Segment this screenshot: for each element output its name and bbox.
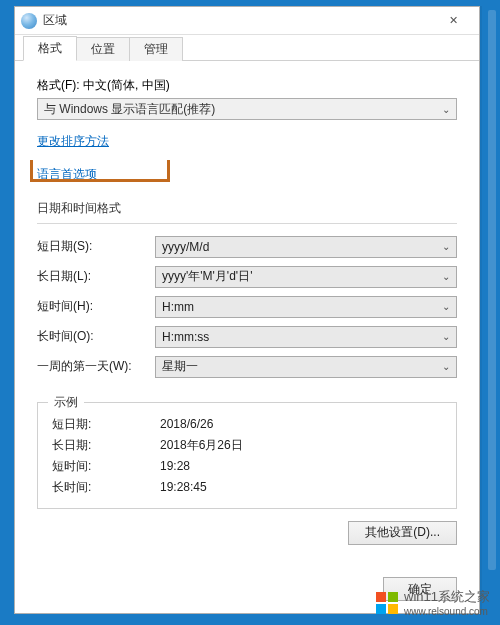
first-day-value: 星期一 (162, 358, 198, 375)
ex-short-date-value: 2018/6/26 (160, 417, 213, 431)
short-date-label: 短日期(S): (37, 238, 155, 255)
long-date-combobox[interactable]: yyyy'年'M'月'd'日' ⌄ (155, 266, 457, 288)
tab-location[interactable]: 位置 (77, 37, 130, 61)
ex-short-date-label: 短日期: (52, 416, 160, 433)
chevron-down-icon: ⌄ (442, 271, 450, 282)
long-date-value: yyyy'年'M'月'd'日' (162, 268, 252, 285)
format-combobox[interactable]: 与 Windows 显示语言匹配(推荐) ⌄ (37, 98, 457, 120)
first-day-label: 一周的第一天(W): (37, 358, 155, 375)
ex-short-time-label: 短时间: (52, 458, 160, 475)
globe-icon (21, 13, 37, 29)
long-time-label: 长时间(O): (37, 328, 155, 345)
example-heading: 示例 (48, 394, 84, 411)
link-language-preferences[interactable]: 语言首选项 (37, 163, 97, 186)
chevron-down-icon: ⌄ (442, 241, 450, 252)
long-date-label: 长日期(L): (37, 268, 155, 285)
watermark-logo-icon (376, 592, 398, 614)
example-group: 示例 短日期: 2018/6/26 长日期: 2018年6月26日 短时间: 1… (37, 402, 457, 509)
short-date-combobox[interactable]: yyyy/M/d ⌄ (155, 236, 457, 258)
watermark-url: www.relsound.com (404, 606, 490, 617)
short-time-value: H:mm (162, 300, 194, 314)
ex-long-date-label: 长日期: (52, 437, 160, 454)
format-combobox-value: 与 Windows 显示语言匹配(推荐) (44, 101, 215, 118)
window-title: 区域 (43, 12, 67, 29)
tab-strip: 格式 位置 管理 (15, 35, 479, 61)
first-day-combobox[interactable]: 星期一 ⌄ (155, 356, 457, 378)
ex-long-time-value: 19:28:45 (160, 480, 207, 494)
additional-settings-button[interactable]: 其他设置(D)... (348, 521, 457, 545)
tab-format[interactable]: 格式 (23, 36, 77, 61)
close-icon: ✕ (449, 14, 458, 27)
next-window-sliver (488, 10, 496, 570)
format-label: 格式(F): 中文(简体, 中国) (37, 77, 457, 94)
divider-icon (37, 223, 457, 224)
group-date-time-formats: 日期和时间格式 短日期(S): yyyy/M/d ⌄ 长日期(L): yyyy'… (37, 200, 457, 382)
chevron-down-icon: ⌄ (442, 301, 450, 312)
tab-content: 格式(F): 中文(简体, 中国) 与 Windows 显示语言匹配(推荐) ⌄… (15, 61, 479, 555)
short-date-value: yyyy/M/d (162, 240, 209, 254)
link-change-sort-method[interactable]: 更改排序方法 (37, 130, 109, 153)
short-time-combobox[interactable]: H:mm ⌄ (155, 296, 457, 318)
titlebar: 区域 ✕ (15, 7, 479, 35)
chevron-down-icon: ⌄ (442, 331, 450, 342)
close-button[interactable]: ✕ (433, 10, 473, 32)
ex-long-date-value: 2018年6月26日 (160, 437, 243, 454)
chevron-down-icon: ⌄ (442, 104, 450, 115)
tab-manage[interactable]: 管理 (130, 37, 183, 61)
long-time-value: H:mm:ss (162, 330, 209, 344)
short-time-label: 短时间(H): (37, 298, 155, 315)
ex-short-time-value: 19:28 (160, 459, 190, 473)
long-time-combobox[interactable]: H:mm:ss ⌄ (155, 326, 457, 348)
watermark-text: win11系统之家 (404, 588, 490, 606)
region-dialog: 区域 ✕ 格式 位置 管理 格式(F): 中文(简体, 中国) 与 Window… (14, 6, 480, 614)
group-date-time-heading: 日期和时间格式 (37, 200, 457, 217)
ex-long-time-label: 长时间: (52, 479, 160, 496)
chevron-down-icon: ⌄ (442, 361, 450, 372)
watermark: win11系统之家 www.relsound.com (376, 588, 490, 617)
